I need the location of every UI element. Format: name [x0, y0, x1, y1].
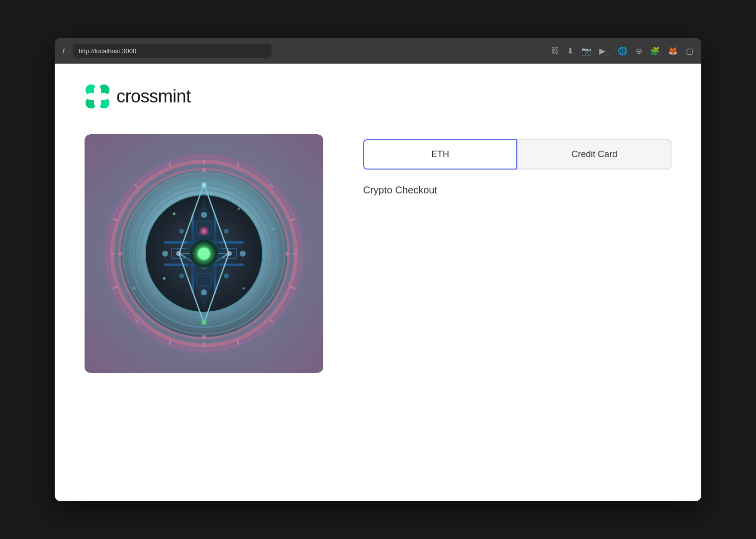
- crosshair-icon[interactable]: ⊕: [636, 46, 642, 56]
- terminal-icon[interactable]: ▶_: [599, 46, 610, 56]
- address-bar[interactable]: http://localhost:3000: [73, 44, 272, 58]
- svg-rect-11: [87, 93, 108, 100]
- page-content: crossmint: [55, 64, 701, 501]
- metamask-icon[interactable]: 🦊: [668, 46, 678, 56]
- link-icon[interactable]: ⛓: [551, 46, 559, 55]
- sidebar-toggle-icon[interactable]: ▢: [686, 46, 693, 56]
- svg-point-80: [273, 228, 275, 230]
- svg-point-81: [133, 287, 136, 290]
- svg-point-78: [163, 277, 166, 280]
- header: crossmint: [85, 84, 671, 109]
- svg-point-59: [176, 251, 181, 256]
- svg-point-57: [201, 320, 206, 325]
- svg-point-75: [285, 252, 289, 256]
- checkout-panel: ETH Credit Card Crypto Checkout: [363, 134, 671, 196]
- eth-payment-button[interactable]: ETH: [363, 139, 517, 170]
- crossmint-logo-icon: [85, 84, 110, 109]
- svg-point-72: [202, 168, 206, 172]
- download-icon[interactable]: ⬇: [567, 46, 573, 56]
- svg-point-71: [198, 248, 210, 260]
- browser-window: i http://localhost:3000 ⛓ ⬇ 📷 ▶_ 🌐 ⊕ 🧩 🦊…: [55, 38, 701, 501]
- svg-point-77: [238, 208, 240, 210]
- svg-point-67: [179, 273, 184, 278]
- credit-card-payment-button[interactable]: Credit Card: [517, 139, 671, 170]
- svg-point-62: [201, 289, 207, 295]
- globe-icon[interactable]: 🌐: [618, 46, 628, 56]
- svg-point-68: [224, 273, 229, 278]
- payment-method-buttons: ETH Credit Card: [363, 139, 671, 170]
- svg-point-63: [162, 251, 168, 257]
- extensions-icon[interactable]: 🧩: [650, 46, 660, 56]
- svg-point-74: [118, 252, 122, 256]
- info-icon[interactable]: i: [63, 47, 65, 55]
- svg-point-76: [173, 213, 176, 215]
- svg-point-66: [224, 229, 229, 234]
- svg-point-61: [201, 212, 207, 218]
- svg-point-60: [200, 227, 208, 235]
- logo-text: crossmint: [116, 86, 191, 107]
- svg-point-56: [201, 182, 206, 187]
- browser-toolbar: ⛓ ⬇ 📷 ▶_ 🌐 ⊕ 🧩 🦊 ▢: [551, 46, 693, 56]
- main-area: ETH Credit Card Crypto Checkout: [85, 134, 671, 373]
- browser-chrome: i http://localhost:3000 ⛓ ⬇ 📷 ▶_ 🌐 ⊕ 🧩 🦊…: [55, 38, 701, 64]
- nft-artwork: [85, 134, 323, 373]
- svg-point-73: [202, 335, 206, 339]
- svg-point-64: [240, 251, 246, 257]
- svg-point-65: [179, 229, 184, 234]
- checkout-label: Crypto Checkout: [363, 184, 671, 196]
- nft-image-container: [85, 134, 323, 373]
- svg-point-58: [227, 251, 232, 256]
- svg-point-79: [243, 287, 245, 289]
- camera-icon[interactable]: 📷: [581, 46, 591, 56]
